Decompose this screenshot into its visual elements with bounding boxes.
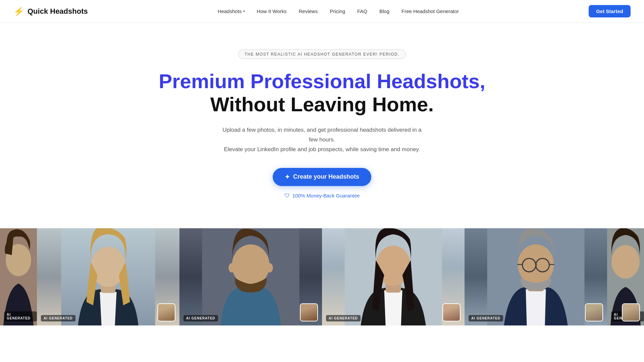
hero-title: Premium Professional Headshots, Without … (7, 70, 637, 116)
shield-icon: 🛡 (284, 193, 290, 199)
person-silhouette-1 (0, 228, 37, 325)
hero-subtitle-line1: Upload a few photos, in minutes, and get… (222, 127, 422, 143)
ai-badge-3: AI GENERATED (183, 315, 218, 321)
ai-badge-1: AI GENERATED (4, 311, 37, 321)
hero-section: The most realistic AI headshot generator… (0, 23, 644, 212)
thumbnail-4 (442, 303, 461, 321)
get-started-button[interactable]: Get Started (589, 5, 631, 17)
gallery-item-2: AI GENERATED (37, 228, 179, 325)
nav-item-how-it-works[interactable]: How It Works (257, 8, 287, 14)
ai-badge-4: AI GENERATED (326, 315, 361, 321)
sparkle-icon: ✦ (285, 173, 290, 181)
gallery-item-1: AI GENERATED (0, 228, 37, 325)
hero-subtitle-line2: Elevate your LinkedIn profile and job pr… (224, 146, 420, 153)
navbar: ⚡ Quick Headshots Headshots ▾ How It Wor… (0, 0, 644, 23)
hero-badge: The most realistic AI headshot generator… (238, 50, 406, 59)
ai-badge-5: AI GENERATED (469, 315, 503, 321)
hero-subtitle: Upload a few photos, in minutes, and get… (218, 125, 426, 155)
nav-item-pricing[interactable]: Pricing (330, 8, 345, 14)
gallery-item-5: AI GENERATED (465, 228, 607, 325)
thumbnail-3 (300, 303, 318, 321)
thumbnail-2 (157, 303, 175, 321)
gallery-item-3: AI GENERATED (179, 228, 322, 325)
gallery-item-6: AI GENERATED (607, 228, 644, 325)
nav-item-blog[interactable]: Blog (379, 8, 389, 14)
nav-item-free-generator[interactable]: Free Headshot Generator (401, 8, 459, 14)
logo-icon: ⚡ (13, 7, 24, 16)
logo-link[interactable]: ⚡ Quick Headshots (13, 7, 88, 16)
svg-point-9 (229, 263, 235, 273)
nav-item-faq[interactable]: FAQ (357, 8, 367, 14)
logo-text: Quick Headshots (28, 7, 88, 16)
svg-point-10 (266, 263, 273, 273)
nav-item-reviews[interactable]: Reviews (299, 8, 318, 14)
money-back-guarantee: 🛡 100% Money-Back Guarantee (7, 193, 637, 199)
headshot-gallery: AI GENERATED AI GENERATE (0, 228, 644, 325)
thumbnail-6 (622, 303, 640, 321)
hero-title-line1: Premium Professional Headshots, (159, 70, 485, 93)
ai-badge-2: AI GENERATED (41, 315, 75, 321)
gallery-item-4: AI GENERATED (322, 228, 465, 325)
chevron-down-icon: ▾ (243, 9, 245, 13)
nav-item-headshots[interactable]: Headshots ▾ (218, 8, 245, 14)
svg-point-23 (611, 245, 640, 279)
nav-links: Headshots ▾ How It Works Reviews Pricing… (218, 8, 459, 14)
create-headshots-button[interactable]: ✦ Create your Headshots (273, 168, 371, 186)
hero-title-line2: Without Leaving Home. (210, 93, 434, 116)
thumbnail-5 (585, 303, 603, 321)
